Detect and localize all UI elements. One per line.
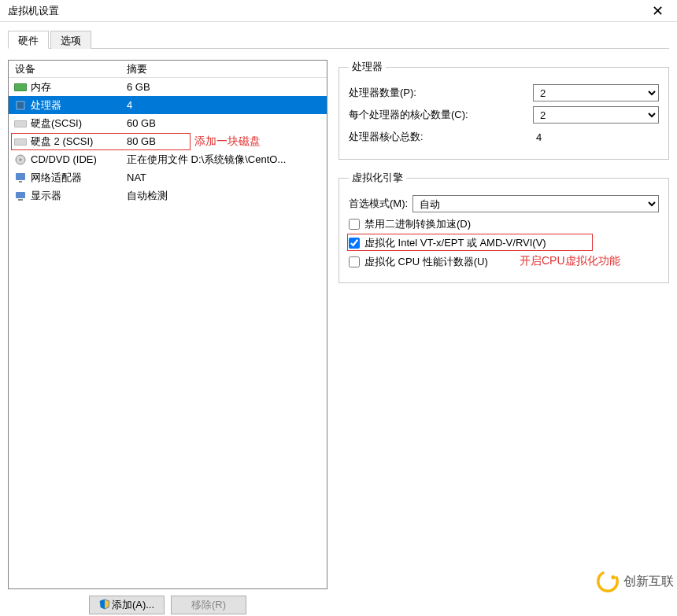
label-perf: 虚拟化 CPU 性能计数器(U) (364, 255, 488, 269)
svg-point-14 (611, 575, 615, 579)
svg-rect-10 (19, 181, 22, 183)
device-list[interactable]: 设备 摘要 内存 6 GB 处理器 4 (8, 60, 327, 589)
list-header: 设备 摘要 (9, 61, 327, 78)
label-vtx: 虚拟化 Intel VT-x/EPT 或 AMD-V/RVI(V) (364, 236, 546, 250)
annotation-text: 开启CPU虚拟化功能 (520, 254, 620, 268)
virtualization-group: 虚拟化引擎 首选模式(M): 自动 禁用二进制转换加速(D) 虚拟化 Intel… (338, 171, 669, 283)
add-button[interactable]: 添加(A)... (89, 596, 165, 614)
close-icon: ✕ (652, 2, 664, 20)
disk-icon (13, 117, 28, 130)
label-proc-count: 处理器数量(P): (349, 86, 525, 100)
list-item[interactable]: 网络适配器 NAT (9, 168, 327, 186)
list-item[interactable]: 硬盘(SCSI) 60 GB (9, 114, 327, 132)
cd-icon (13, 153, 28, 166)
header-device: 设备 (13, 62, 127, 76)
checkbox-disable-binary[interactable] (349, 219, 360, 230)
remove-button[interactable]: 移除(R) (171, 596, 246, 614)
list-item[interactable]: 内存 6 GB (9, 78, 327, 96)
svg-point-8 (20, 158, 22, 160)
processor-icon (13, 99, 28, 112)
memory-icon (13, 81, 28, 94)
tab-options[interactable]: 选项 (50, 31, 91, 49)
label-disable-binary: 禁用二进制转换加速(D) (364, 217, 471, 231)
select-proc-count[interactable]: 2 (533, 84, 659, 101)
svg-point-13 (598, 572, 618, 592)
svg-rect-1 (15, 84, 26, 90)
tabs: 硬件 选项 (8, 30, 669, 49)
title-bar: 虚拟机设置 ✕ (0, 0, 677, 22)
watermark: 创新互联 (597, 570, 674, 592)
processor-group: 处理器 处理器数量(P): 2 每个处理器的核心数量(C): 2 (338, 60, 669, 160)
window-title: 虚拟机设置 (8, 4, 59, 18)
select-cores-per[interactable]: 2 (533, 106, 659, 124)
checkbox-vtx[interactable] (349, 238, 360, 249)
tab-hardware[interactable]: 硬件 (8, 31, 49, 49)
list-item[interactable]: 显示器 自动检测 (9, 186, 327, 205)
label-cores-per: 每个处理器的核心数量(C): (349, 108, 525, 122)
svg-rect-6 (15, 139, 26, 145)
svg-rect-9 (16, 173, 25, 180)
group-legend: 处理器 (349, 60, 386, 74)
list-item[interactable]: 硬盘 2 (SCSI) 80 GB (9, 132, 327, 150)
label-preferred-mode: 首选模式(M): (349, 197, 408, 211)
checkbox-perf[interactable] (349, 256, 360, 267)
disk-icon (13, 135, 28, 148)
svg-rect-2 (17, 101, 24, 109)
list-item[interactable]: CD/DVD (IDE) 正在使用文件 D:\系统镜像\CentO... (9, 150, 327, 168)
shield-icon (99, 599, 110, 612)
header-summary: 摘要 (127, 62, 322, 76)
list-item[interactable]: 处理器 4 (9, 96, 327, 114)
label-total-cores: 处理器核心总数: (349, 130, 525, 144)
svg-rect-12 (18, 199, 23, 201)
network-icon (13, 172, 28, 184)
group-legend: 虚拟化引擎 (349, 171, 406, 185)
svg-rect-11 (16, 192, 25, 198)
watermark-logo-icon (597, 570, 619, 592)
select-preferred-mode[interactable]: 自动 (412, 195, 659, 212)
close-button[interactable]: ✕ (641, 0, 674, 21)
display-icon (13, 190, 28, 202)
svg-rect-4 (15, 121, 26, 127)
value-total-cores: 4 (533, 131, 659, 143)
